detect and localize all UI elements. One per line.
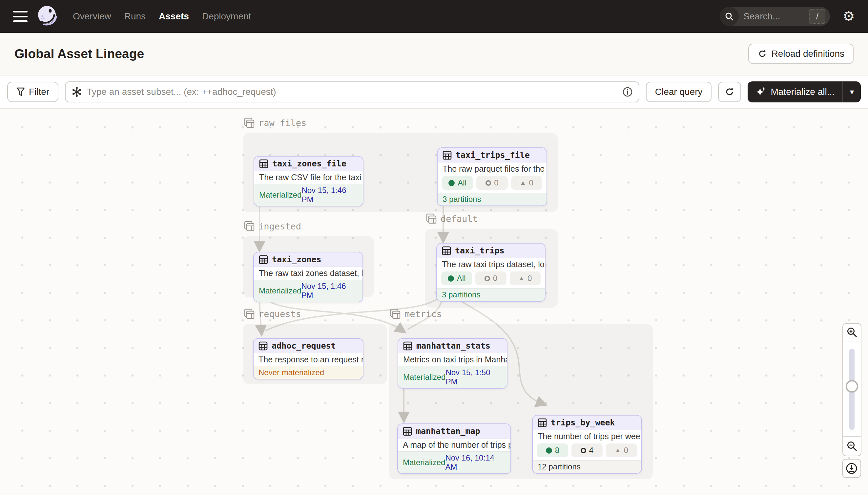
asset-node-trips_by_week[interactable]: trips_by_week The number of trips per we… — [532, 415, 642, 474]
asset-description: A map of the number of trips per taxi z.… — [398, 439, 510, 451]
partitions-success-pill: All — [442, 176, 473, 190]
asset-query-box[interactable] — [65, 81, 639, 102]
asset-footer: 3 partitions — [438, 193, 547, 205]
partitions-success-pill: All — [441, 271, 472, 285]
zoom-in-icon — [846, 327, 857, 338]
reload-definitions-button[interactable]: Reload definitions — [748, 44, 854, 64]
table-icon — [442, 246, 451, 255]
page-header: Global Asset Lineage Reload definitions — [0, 33, 868, 75]
asset-description: The raw taxi zones dataset, loaded int..… — [254, 267, 362, 280]
asset-name: taxi_trips — [455, 246, 504, 255]
refresh-button[interactable] — [718, 82, 741, 102]
nav-item-overview[interactable]: Overview — [73, 11, 111, 22]
failed-ring-icon — [581, 448, 586, 453]
asset-node-taxi_trips_file[interactable]: taxi_trips_file The raw parquet files fo… — [437, 148, 547, 206]
partition-health-pills: All 0 ▲0 — [437, 271, 545, 288]
partitions-count: 12 partitions — [538, 462, 581, 471]
asset-node-manhattan_map[interactable]: manhattan_map A map of the number of tri… — [397, 424, 511, 474]
asset-footer: Never materialized — [253, 366, 363, 379]
missing-triangle-icon: ▲ — [518, 275, 525, 282]
asset-graph-icon — [72, 87, 82, 97]
nav-item-assets[interactable]: Assets — [159, 11, 189, 22]
top-nav: Overview Runs Assets Deployment / ⚙ — [0, 0, 868, 33]
zoom-in-button[interactable] — [843, 323, 862, 341]
group-tables-icon — [244, 221, 254, 232]
failed-ring-icon — [485, 180, 491, 186]
asset-name: manhattan_map — [416, 426, 480, 436]
nav-item-deployment[interactable]: Deployment — [202, 11, 251, 22]
asset-node-taxi_zones[interactable]: taxi_zones The raw taxi zones dataset, l… — [253, 252, 363, 302]
partitions-missing-pill: ▲0 — [606, 443, 637, 457]
zoom-slider-thumb[interactable] — [846, 380, 858, 393]
partition-health-pills: 8 4 ▲0 — [533, 443, 641, 460]
status-label: Materialized — [403, 458, 445, 467]
zoom-out-button[interactable] — [843, 436, 862, 456]
asset-name: taxi_zones — [272, 255, 321, 264]
materialization-timestamp: Nov 16, 10:14 AM — [445, 453, 506, 472]
asset-name: taxi_trips_file — [456, 150, 530, 160]
asset-name: taxi_zones_file — [272, 159, 347, 168]
table-icon — [259, 159, 268, 168]
asset-description: The raw CSV file for the taxi zones dat.… — [254, 171, 363, 184]
page-title: Global Asset Lineage — [14, 47, 144, 61]
search-icon — [720, 7, 739, 26]
asset-footer: Materialized Nov 16, 10:14 AM — [398, 451, 510, 473]
asset-footer: 3 partitions — [437, 288, 545, 301]
group-tables-icon — [426, 214, 437, 224]
materialize-dropdown-caret[interactable]: ▾ — [843, 81, 861, 102]
table-icon — [538, 418, 547, 427]
global-search[interactable]: / — [720, 7, 830, 26]
group-tables-icon — [244, 118, 254, 128]
lineage-toolbar: Filter Clear query Materialize all... ▾ — [0, 75, 868, 108]
partitions-failed-pill: 0 — [475, 271, 506, 285]
asset-query-input[interactable] — [87, 87, 618, 97]
search-shortcut-badge: / — [809, 9, 825, 24]
asset-node-taxi_zones_file[interactable]: taxi_zones_file The raw CSV file for the… — [253, 156, 364, 206]
nav-links: Overview Runs Assets Deployment — [73, 11, 251, 22]
materialization-timestamp: Nov 15, 1:46 PM — [301, 186, 358, 204]
asset-node-adhoc_request[interactable]: adhoc_request The response to an request… — [253, 338, 364, 379]
success-dot-icon — [448, 275, 454, 281]
asset-description: The response to an request made in th... — [253, 353, 363, 366]
materialize-all-button[interactable]: Materialize all... ▾ — [748, 81, 861, 102]
group-label-metrics[interactable]: metrics — [390, 309, 442, 319]
status-label: Materialized — [259, 190, 301, 200]
status-label: Materialized — [403, 373, 445, 382]
materialization-timestamp: Nov 15, 1:46 PM — [301, 281, 358, 300]
group-tables-icon — [390, 309, 401, 319]
hamburger-menu-icon[interactable] — [13, 11, 28, 22]
refresh-icon — [724, 87, 735, 97]
table-icon — [403, 427, 412, 436]
filter-funnel-icon — [16, 87, 25, 97]
zoom-slider — [843, 341, 862, 437]
materialization-timestamp: Nov 15, 1:50 PM — [445, 368, 502, 386]
partitions-count: 3 partitions — [442, 290, 480, 300]
dagster-logo-icon[interactable] — [37, 5, 59, 28]
asset-description: The raw parquet files for the taxi trips… — [438, 163, 547, 175]
group-label-requests[interactable]: requests — [244, 309, 301, 319]
asset-description: Metrics on taxi trips in Manhattan — [398, 353, 507, 366]
filter-button[interactable]: Filter — [7, 82, 58, 102]
partitions-count: 3 partitions — [443, 195, 481, 204]
asset-node-taxi_trips[interactable]: taxi_trips The raw taxi trips dataset, l… — [436, 243, 546, 302]
nav-item-runs[interactable]: Runs — [124, 11, 146, 22]
settings-gear-icon[interactable]: ⚙ — [843, 10, 855, 23]
asset-node-manhattan_stats[interactable]: manhattan_stats Metrics on taxi trips in… — [397, 338, 508, 389]
lineage-canvas[interactable]: raw_files ingested default requests metr… — [0, 108, 868, 495]
reload-icon — [758, 49, 767, 59]
partitions-failed-pill: 4 — [571, 443, 603, 457]
download-view-button[interactable] — [842, 459, 861, 478]
info-icon[interactable] — [622, 87, 633, 97]
partitions-failed-pill: 0 — [476, 176, 508, 190]
clear-query-button[interactable]: Clear query — [646, 82, 712, 102]
asset-description: The raw taxi trips dataset, loaded into … — [437, 258, 545, 271]
group-label-ingested[interactable]: ingested — [244, 221, 301, 232]
partitions-success-pill: 8 — [537, 443, 568, 457]
asset-name: trips_by_week — [551, 418, 615, 427]
group-label-default[interactable]: default — [426, 214, 478, 224]
missing-triangle-icon: ▲ — [520, 179, 526, 186]
table-icon — [259, 255, 268, 264]
group-label-raw_files[interactable]: raw_files — [244, 118, 306, 128]
asset-footer: Materialized Nov 15, 1:46 PM — [254, 184, 363, 206]
search-input[interactable] — [739, 11, 809, 22]
